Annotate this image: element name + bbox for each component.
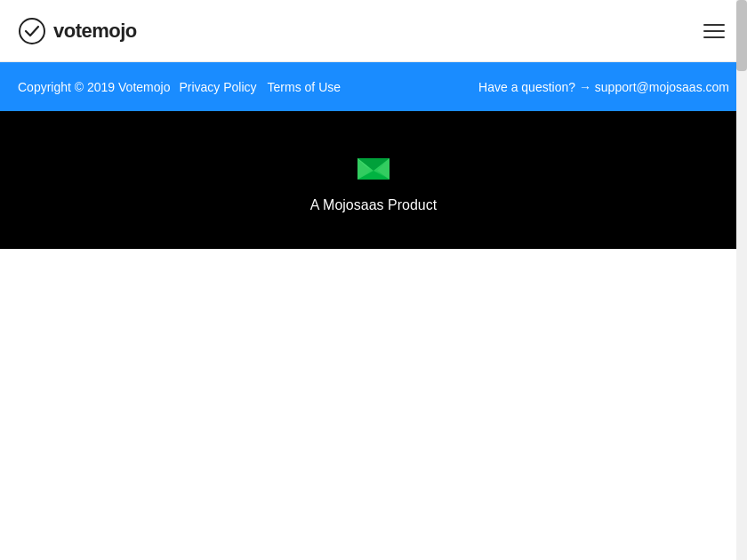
hamburger-line-3 [703,36,725,38]
scrollbar-thumb[interactable] [736,0,747,71]
hamburger-button[interactable] [699,20,729,43]
privacy-policy-link[interactable]: Privacy Policy [179,80,256,94]
hamburger-line-2 [703,30,725,32]
main-content [0,249,747,516]
hamburger-line-1 [703,24,725,26]
footer-bar: Copyright © 2019 Votemojo Privacy Policy… [0,62,747,111]
product-section: A Mojosaas Product [0,111,747,249]
support-email-link[interactable]: support@mojosaas.com [595,80,729,94]
brand-name: votemojo [53,20,137,43]
footer-right: Have a question? → support@mojosaas.com [478,80,729,94]
scrollbar-track[interactable] [736,0,747,560]
arrow-icon: → [579,80,591,94]
terms-of-use-link[interactable]: Terms of Use [268,80,341,94]
navbar: votemojo [0,0,747,62]
question-text: Have a question? [478,80,575,94]
svg-point-0 [20,19,44,44]
mojosaas-logo-icon [354,148,393,187]
brand-logo-icon [18,17,46,45]
copyright-text: Copyright © 2019 Votemojo [18,80,170,94]
footer-left: Copyright © 2019 Votemojo Privacy Policy… [18,80,346,94]
brand-link[interactable]: votemojo [18,17,137,45]
product-label: A Mojosaas Product [310,197,437,213]
